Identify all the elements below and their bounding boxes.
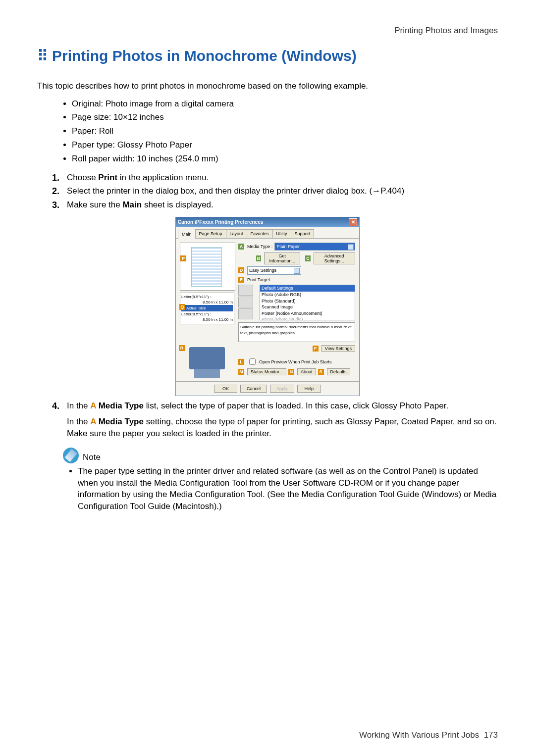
step-1: 1. Choose Print in the application menu.: [52, 172, 498, 184]
list-item[interactable]: Scanned Image: [260, 304, 355, 310]
marker-p: P: [180, 255, 186, 261]
marker-r: R: [179, 345, 185, 351]
marker-l: L: [238, 359, 244, 365]
get-information-button[interactable]: Get Information...: [264, 252, 300, 264]
dialog-footer: OK Cancel Apply Help: [176, 381, 359, 396]
marker-q: Q: [179, 304, 185, 310]
actual-size-row[interactable]: ↓ Actual Size: [181, 305, 233, 311]
tab-main[interactable]: Main: [178, 230, 196, 239]
preview-area: P: [180, 243, 235, 291]
list-item[interactable]: Photo (Photo Studio): [260, 316, 355, 320]
list-item[interactable]: Photo (Adobe RGB): [260, 292, 355, 298]
list-item: Original: Photo image from a digital cam…: [72, 98, 498, 110]
about-button[interactable]: About: [297, 368, 316, 375]
marker-m: M: [238, 369, 244, 375]
list-item: Page size: 10×12 inches: [72, 111, 498, 123]
target-description: Suitable for printing normal documents t…: [238, 322, 355, 342]
printer-illustration: R: [180, 327, 234, 369]
note-block: Note The paper type setting in the print…: [63, 448, 498, 512]
media-type-dropdown[interactable]: Plain Paper: [274, 243, 355, 251]
marker-a: A: [238, 244, 244, 250]
note-text: The paper type setting in the printer dr…: [78, 465, 498, 512]
dialog-titlebar: Canon iPFxxxx Printing Preferences ✕: [176, 217, 359, 227]
step-4: 4. In the A Media Type list, select the …: [52, 400, 498, 439]
tab-support[interactable]: Support: [291, 229, 315, 238]
list-item[interactable]: Photo (Standard): [260, 298, 355, 304]
apply-button[interactable]: Apply: [270, 385, 294, 393]
marker-e: E: [238, 277, 244, 283]
marker-n: N: [288, 369, 294, 375]
grid-icon: ⠿: [37, 46, 47, 66]
note-icon: [63, 448, 79, 463]
page-title: ⠿ Printing Photos in Monochrome (Windows…: [37, 46, 498, 66]
open-preview-checkbox[interactable]: [249, 358, 256, 365]
intro-text: This topic describes how to print photos…: [37, 80, 498, 92]
marker-s: S: [318, 369, 324, 375]
printing-preferences-dialog: Canon iPFxxxx Printing Preferences ✕ Mai…: [175, 217, 360, 396]
list-item[interactable]: Poster (Notice Announcement): [260, 310, 355, 317]
marker-b: B: [256, 255, 261, 261]
step-2: 2. Select the printer in the dialog box,…: [52, 185, 498, 197]
page-footer: Working With Various Print Jobs 173: [359, 729, 498, 741]
advanced-settings-button[interactable]: Advanced Settings...: [314, 252, 355, 264]
media-type-label: Media Type :: [247, 244, 272, 250]
view-settings-button[interactable]: View Settings: [321, 345, 355, 352]
dialog-title: Canon iPFxxxx Printing Preferences: [178, 219, 263, 226]
help-button[interactable]: Help: [297, 385, 321, 393]
status-monitor-button[interactable]: Status Monitor...: [247, 368, 286, 375]
step-3: 3. Make sure the Main sheet is displayed…: [52, 199, 498, 211]
preview-thumbnail: [191, 247, 222, 287]
spec-list: Original: Photo image from a digital cam…: [72, 98, 498, 165]
target-thumbnails: [238, 285, 258, 320]
tab-layout[interactable]: Layout: [226, 229, 247, 238]
tab-favorites[interactable]: Favorites: [247, 229, 273, 238]
list-item: Paper: Roll: [72, 125, 498, 137]
list-item[interactable]: Default Settings: [260, 285, 355, 292]
tab-page-setup[interactable]: Page Setup: [195, 229, 226, 238]
marker-c: C: [305, 255, 310, 261]
note-label: Note: [83, 452, 101, 463]
list-item: Roll paper width: 10 inches (254.0 mm): [72, 153, 498, 165]
tab-utility[interactable]: Utility: [272, 229, 291, 238]
easy-settings-dropdown[interactable]: Easy Settings: [247, 266, 301, 275]
tab-strip: Main Page Setup Layout Favorites Utility…: [176, 227, 359, 239]
section-header: Printing Photos and Images: [37, 25, 498, 37]
paper-info-box: Letter(8.5"x11") : 8.50 in x 11.00 in Q …: [180, 293, 234, 324]
print-target-listbox[interactable]: Default Settings Photo (Adobe RGB) Photo…: [260, 285, 355, 320]
marker-d: D: [238, 267, 244, 273]
defaults-button[interactable]: Defaults: [327, 368, 350, 375]
ok-button[interactable]: OK: [214, 385, 237, 393]
print-target-label: Print Target :: [247, 277, 272, 283]
open-preview-label: Open Preview When Print Job Starts: [259, 359, 332, 365]
list-item: Paper type: Glossy Photo Paper: [72, 139, 498, 151]
cancel-button[interactable]: Cancel: [240, 385, 267, 393]
close-icon[interactable]: ✕: [349, 218, 357, 226]
marker-f: F: [313, 346, 319, 352]
